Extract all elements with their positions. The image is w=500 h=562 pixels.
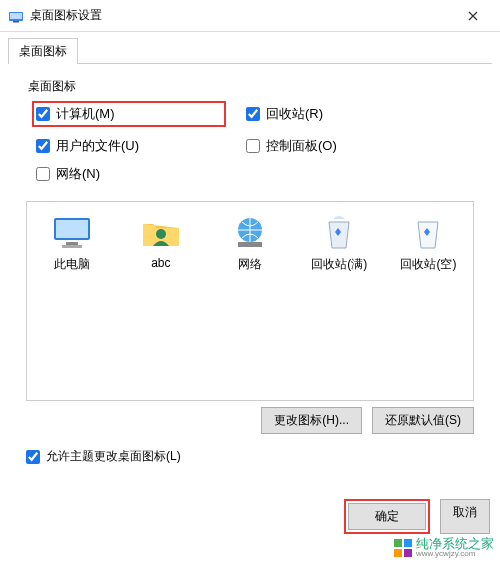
checkbox-recycle-input[interactable] — [246, 107, 260, 121]
icon-network-label: 网络 — [213, 256, 286, 273]
tab-desktop-icons[interactable]: 桌面图标 — [8, 38, 78, 64]
checkbox-network[interactable]: 网络(N) — [36, 165, 226, 183]
cancel-button[interactable]: 取消 — [440, 499, 490, 534]
svg-rect-5 — [66, 242, 78, 245]
checkbox-ctrlpanel-label: 控制面板(O) — [266, 137, 337, 155]
checkbox-network-input[interactable] — [36, 167, 50, 181]
svg-rect-12 — [394, 549, 402, 557]
checkbox-allow-theme-label: 允许主题更改桌面图标(L) — [46, 448, 181, 465]
checkbox-allow-theme-input[interactable] — [26, 450, 40, 464]
svg-rect-11 — [404, 539, 412, 547]
icon-network[interactable]: 网络 — [213, 212, 286, 273]
checkbox-userfiles-input[interactable] — [36, 139, 50, 153]
checkbox-ctrlpanel[interactable]: 控制面板(O) — [246, 137, 436, 155]
checkbox-userfiles-label: 用户的文件(U) — [56, 137, 139, 155]
svg-rect-4 — [56, 220, 88, 238]
svg-point-7 — [156, 229, 166, 239]
icon-button-row: 更改图标(H)... 还原默认值(S) — [0, 407, 474, 434]
checkbox-network-label: 网络(N) — [56, 165, 100, 183]
svg-rect-6 — [62, 245, 82, 248]
icon-recycle-empty[interactable]: 回收站(空) — [392, 212, 465, 273]
icon-row: 此电脑 abc 网络 回收站(满) 回收站(空) — [27, 212, 473, 273]
svg-rect-2 — [13, 21, 19, 23]
footer-buttons: 确定 取消 — [344, 499, 490, 534]
checkbox-userfiles[interactable]: 用户的文件(U) — [36, 137, 226, 155]
checkbox-allow-theme[interactable]: 允许主题更改桌面图标(L) — [26, 448, 500, 465]
titlebar: 桌面图标设置 — [0, 0, 500, 32]
ok-highlight: 确定 — [344, 499, 430, 534]
window-title: 桌面图标设置 — [30, 7, 450, 24]
checkbox-recycle-label: 回收站(R) — [266, 105, 323, 123]
allow-theme-row: 允许主题更改桌面图标(L) — [26, 448, 500, 465]
checkbox-grid: 计算机(M) 回收站(R) 用户的文件(U) 控制面板(O) 网络(N) — [36, 101, 500, 183]
checkbox-ctrlpanel-input[interactable] — [246, 139, 260, 153]
icon-preview-box: 此电脑 abc 网络 回收站(满) 回收站(空) — [26, 201, 474, 401]
icon-recycle-full[interactable]: 回收站(满) — [303, 212, 376, 273]
icon-thispc[interactable]: 此电脑 — [35, 212, 108, 273]
window-icon — [8, 8, 24, 24]
svg-rect-10 — [394, 539, 402, 547]
tab-divider — [8, 63, 492, 64]
svg-rect-1 — [10, 13, 22, 19]
globe-icon — [228, 212, 272, 252]
icon-recycle-full-label: 回收站(满) — [303, 256, 376, 273]
checkbox-computer-input[interactable] — [36, 107, 50, 121]
checkbox-computer-label: 计算机(M) — [56, 105, 115, 123]
icon-thispc-label: 此电脑 — [35, 256, 108, 273]
section-label: 桌面图标 — [28, 78, 500, 95]
monitor-icon — [50, 212, 94, 252]
recycle-empty-icon — [406, 212, 450, 252]
watermark-sub: www.ycwjzy.com — [416, 550, 494, 558]
svg-rect-9 — [238, 242, 262, 247]
ok-button[interactable]: 确定 — [348, 503, 426, 530]
watermark: 纯净系统之家 www.ycwjzy.com — [394, 537, 494, 558]
close-button[interactable] — [450, 1, 496, 31]
change-icon-button[interactable]: 更改图标(H)... — [261, 407, 362, 434]
svg-rect-13 — [404, 549, 412, 557]
icon-user-label: abc — [124, 256, 197, 270]
recycle-full-icon — [317, 212, 361, 252]
icon-recycle-empty-label: 回收站(空) — [392, 256, 465, 273]
user-folder-icon — [139, 212, 183, 252]
restore-default-button[interactable]: 还原默认值(S) — [372, 407, 474, 434]
checkbox-computer[interactable]: 计算机(M) — [32, 101, 226, 127]
checkbox-recycle[interactable]: 回收站(R) — [246, 101, 436, 127]
icon-user[interactable]: abc — [124, 212, 197, 273]
tab-strip: 桌面图标 — [8, 38, 492, 64]
watermark-logo-icon — [394, 539, 412, 557]
